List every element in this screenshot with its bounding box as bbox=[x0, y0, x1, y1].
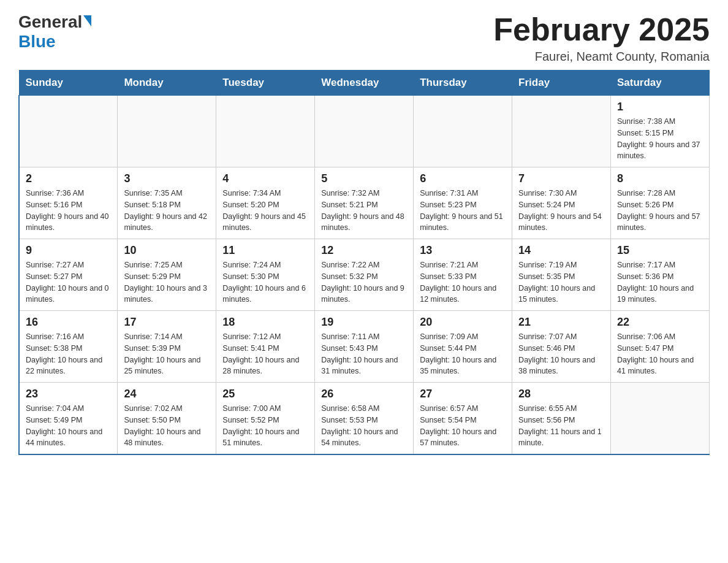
day-number: 8 bbox=[617, 172, 703, 185]
calendar-cell: 20Sunrise: 7:09 AMSunset: 5:44 PMDayligh… bbox=[414, 311, 512, 383]
day-info: Sunrise: 6:58 AMSunset: 5:53 PMDaylight:… bbox=[321, 403, 407, 449]
day-number: 20 bbox=[420, 316, 506, 329]
day-number: 23 bbox=[26, 388, 111, 400]
calendar-cell: 17Sunrise: 7:14 AMSunset: 5:39 PMDayligh… bbox=[118, 311, 216, 383]
month-title: February 2025 bbox=[493, 12, 710, 47]
calendar-cell: 28Sunrise: 6:55 AMSunset: 5:56 PMDayligh… bbox=[512, 383, 611, 455]
header-saturday: Saturday bbox=[611, 71, 710, 96]
day-info: Sunrise: 7:00 AMSunset: 5:52 PMDaylight:… bbox=[222, 403, 308, 449]
day-info: Sunrise: 7:32 AMSunset: 5:21 PMDaylight:… bbox=[321, 188, 407, 234]
day-number: 27 bbox=[420, 388, 506, 400]
day-info: Sunrise: 7:27 AMSunset: 5:27 PMDaylight:… bbox=[26, 259, 111, 305]
calendar-cell: 3Sunrise: 7:35 AMSunset: 5:18 PMDaylight… bbox=[118, 167, 216, 239]
day-number: 9 bbox=[26, 244, 111, 257]
day-number: 24 bbox=[124, 388, 210, 400]
day-info: Sunrise: 7:04 AMSunset: 5:49 PMDaylight:… bbox=[26, 403, 111, 449]
day-number: 28 bbox=[518, 388, 604, 400]
day-number: 11 bbox=[222, 244, 308, 257]
calendar-cell: 21Sunrise: 7:07 AMSunset: 5:46 PMDayligh… bbox=[512, 311, 611, 383]
day-info: Sunrise: 7:34 AMSunset: 5:20 PMDaylight:… bbox=[222, 188, 308, 234]
calendar-cell bbox=[216, 96, 315, 167]
calendar-cell: 25Sunrise: 7:00 AMSunset: 5:52 PMDayligh… bbox=[216, 383, 315, 455]
header-thursday: Thursday bbox=[414, 71, 512, 96]
day-info: Sunrise: 6:55 AMSunset: 5:56 PMDaylight:… bbox=[518, 403, 604, 449]
calendar-cell bbox=[414, 96, 512, 167]
day-info: Sunrise: 7:12 AMSunset: 5:41 PMDaylight:… bbox=[222, 331, 308, 377]
location-label: Faurei, Neamt County, Romania bbox=[493, 50, 710, 64]
calendar-cell bbox=[611, 383, 710, 455]
calendar-cell bbox=[315, 96, 414, 167]
calendar-week-row: 9Sunrise: 7:27 AMSunset: 5:27 PMDaylight… bbox=[19, 239, 710, 311]
calendar-cell: 22Sunrise: 7:06 AMSunset: 5:47 PMDayligh… bbox=[611, 311, 710, 383]
calendar-header-row: SundayMondayTuesdayWednesdayThursdayFrid… bbox=[19, 71, 710, 96]
calendar-cell: 1Sunrise: 7:38 AMSunset: 5:15 PMDaylight… bbox=[611, 96, 710, 167]
calendar-cell: 4Sunrise: 7:34 AMSunset: 5:20 PMDaylight… bbox=[216, 167, 315, 239]
day-number: 22 bbox=[617, 316, 703, 329]
day-info: Sunrise: 7:02 AMSunset: 5:50 PMDaylight:… bbox=[124, 403, 210, 449]
calendar-cell: 27Sunrise: 6:57 AMSunset: 5:54 PMDayligh… bbox=[414, 383, 512, 455]
day-info: Sunrise: 7:17 AMSunset: 5:36 PMDaylight:… bbox=[617, 259, 703, 305]
calendar-cell: 19Sunrise: 7:11 AMSunset: 5:43 PMDayligh… bbox=[315, 311, 414, 383]
day-number: 7 bbox=[518, 172, 604, 185]
calendar-cell: 16Sunrise: 7:16 AMSunset: 5:38 PMDayligh… bbox=[19, 311, 118, 383]
day-info: Sunrise: 7:19 AMSunset: 5:35 PMDaylight:… bbox=[518, 259, 604, 305]
day-info: Sunrise: 7:09 AMSunset: 5:44 PMDaylight:… bbox=[420, 331, 506, 377]
calendar-cell bbox=[19, 96, 118, 167]
day-number: 10 bbox=[124, 244, 210, 257]
day-info: Sunrise: 7:14 AMSunset: 5:39 PMDaylight:… bbox=[124, 331, 210, 377]
day-info: Sunrise: 7:11 AMSunset: 5:43 PMDaylight:… bbox=[321, 331, 407, 377]
calendar-cell: 23Sunrise: 7:04 AMSunset: 5:49 PMDayligh… bbox=[19, 383, 118, 455]
calendar-cell: 11Sunrise: 7:24 AMSunset: 5:30 PMDayligh… bbox=[216, 239, 315, 311]
header-tuesday: Tuesday bbox=[216, 71, 315, 96]
day-number: 1 bbox=[617, 101, 703, 113]
page-header: General Blue February 2025 Faurei, Neamt… bbox=[18, 12, 710, 64]
day-number: 5 bbox=[321, 172, 407, 185]
calendar-cell: 8Sunrise: 7:28 AMSunset: 5:26 PMDaylight… bbox=[611, 167, 710, 239]
calendar-cell: 15Sunrise: 7:17 AMSunset: 5:36 PMDayligh… bbox=[611, 239, 710, 311]
day-number: 12 bbox=[321, 244, 407, 257]
calendar-week-row: 16Sunrise: 7:16 AMSunset: 5:38 PMDayligh… bbox=[19, 311, 710, 383]
day-info: Sunrise: 7:07 AMSunset: 5:46 PMDaylight:… bbox=[518, 331, 604, 377]
day-number: 19 bbox=[321, 316, 407, 329]
calendar-cell bbox=[118, 96, 216, 167]
day-number: 4 bbox=[222, 172, 308, 185]
calendar-cell: 12Sunrise: 7:22 AMSunset: 5:32 PMDayligh… bbox=[315, 239, 414, 311]
calendar-cell: 6Sunrise: 7:31 AMSunset: 5:23 PMDaylight… bbox=[414, 167, 512, 239]
day-info: Sunrise: 7:22 AMSunset: 5:32 PMDaylight:… bbox=[321, 259, 407, 305]
header-wednesday: Wednesday bbox=[315, 71, 414, 96]
calendar-cell: 10Sunrise: 7:25 AMSunset: 5:29 PMDayligh… bbox=[118, 239, 216, 311]
logo-triangle-icon bbox=[83, 15, 91, 26]
day-number: 18 bbox=[222, 316, 308, 329]
calendar-week-row: 23Sunrise: 7:04 AMSunset: 5:49 PMDayligh… bbox=[19, 383, 710, 455]
calendar-cell: 24Sunrise: 7:02 AMSunset: 5:50 PMDayligh… bbox=[118, 383, 216, 455]
day-info: Sunrise: 6:57 AMSunset: 5:54 PMDaylight:… bbox=[420, 403, 506, 449]
day-number: 21 bbox=[518, 316, 604, 329]
calendar-cell: 14Sunrise: 7:19 AMSunset: 5:35 PMDayligh… bbox=[512, 239, 611, 311]
logo-blue-text: Blue bbox=[18, 32, 56, 52]
header-friday: Friday bbox=[512, 71, 611, 96]
day-number: 16 bbox=[26, 316, 111, 329]
day-number: 14 bbox=[518, 244, 604, 257]
calendar-table: SundayMondayTuesdayWednesdayThursdayFrid… bbox=[18, 70, 710, 455]
day-info: Sunrise: 7:25 AMSunset: 5:29 PMDaylight:… bbox=[124, 259, 210, 305]
calendar-cell: 13Sunrise: 7:21 AMSunset: 5:33 PMDayligh… bbox=[414, 239, 512, 311]
logo: General Blue bbox=[18, 12, 91, 52]
day-info: Sunrise: 7:30 AMSunset: 5:24 PMDaylight:… bbox=[518, 188, 604, 234]
calendar-week-row: 1Sunrise: 7:38 AMSunset: 5:15 PMDaylight… bbox=[19, 96, 710, 167]
calendar-cell: 18Sunrise: 7:12 AMSunset: 5:41 PMDayligh… bbox=[216, 311, 315, 383]
day-info: Sunrise: 7:06 AMSunset: 5:47 PMDaylight:… bbox=[617, 331, 703, 377]
day-number: 15 bbox=[617, 244, 703, 257]
day-number: 25 bbox=[222, 388, 308, 400]
day-info: Sunrise: 7:21 AMSunset: 5:33 PMDaylight:… bbox=[420, 259, 506, 305]
calendar-cell: 2Sunrise: 7:36 AMSunset: 5:16 PMDaylight… bbox=[19, 167, 118, 239]
day-number: 6 bbox=[420, 172, 506, 185]
day-info: Sunrise: 7:28 AMSunset: 5:26 PMDaylight:… bbox=[617, 188, 703, 234]
logo-general-text: General bbox=[18, 12, 82, 32]
day-number: 3 bbox=[124, 172, 210, 185]
day-info: Sunrise: 7:16 AMSunset: 5:38 PMDaylight:… bbox=[26, 331, 111, 377]
title-section: February 2025 Faurei, Neamt County, Roma… bbox=[493, 12, 710, 64]
header-monday: Monday bbox=[118, 71, 216, 96]
day-info: Sunrise: 7:35 AMSunset: 5:18 PMDaylight:… bbox=[124, 188, 210, 234]
calendar-cell: 26Sunrise: 6:58 AMSunset: 5:53 PMDayligh… bbox=[315, 383, 414, 455]
header-sunday: Sunday bbox=[19, 71, 118, 96]
